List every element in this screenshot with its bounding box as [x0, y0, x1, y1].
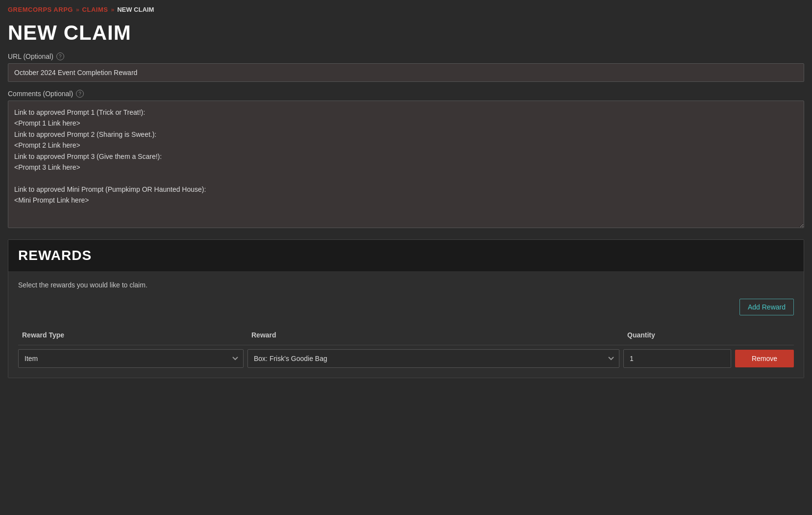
header-reward: Reward: [247, 329, 619, 341]
rewards-header: REWARDS: [8, 240, 804, 271]
rewards-body: Select the rewards you would like to cla…: [8, 271, 804, 378]
reward-table-header: Reward Type Reward Quantity: [18, 325, 794, 345]
page-title: NEW CLAIM: [0, 17, 812, 52]
form-section: URL (Optional) ? Comments (Optional) ? L…: [0, 52, 812, 378]
rewards-description: Select the rewards you would like to cla…: [18, 281, 794, 289]
add-reward-row: Add Reward: [18, 299, 794, 315]
breadcrumb-separator-2: »: [111, 6, 114, 13]
breadcrumb-current-page: NEW CLAIM: [117, 6, 154, 13]
comments-help-icon[interactable]: ?: [76, 90, 84, 98]
rewards-section: REWARDS Select the rewards you would lik…: [8, 239, 804, 378]
breadcrumb-claims-link[interactable]: CLAIMS: [82, 6, 108, 13]
header-actions: [735, 329, 794, 341]
url-input[interactable]: [8, 63, 804, 82]
reward-select[interactable]: Box: Frisk's Goodie Bag: [247, 349, 619, 368]
url-field-label: URL (Optional) ?: [8, 52, 804, 60]
table-row: Item Currency Character Box: Frisk's Goo…: [18, 349, 794, 368]
remove-button[interactable]: Remove: [735, 350, 794, 367]
url-label-text: URL (Optional): [8, 52, 53, 60]
header-reward-type: Reward Type: [18, 329, 244, 341]
add-reward-button[interactable]: Add Reward: [739, 299, 794, 315]
comments-textarea[interactable]: Link to approved Prompt 1 (Trick or Trea…: [8, 101, 804, 228]
comments-label-text: Comments (Optional): [8, 90, 73, 98]
header-quantity: Quantity: [623, 329, 731, 341]
comments-field-label: Comments (Optional) ?: [8, 90, 804, 98]
url-help-icon[interactable]: ?: [56, 52, 64, 60]
breadcrumb-separator-1: »: [76, 6, 79, 13]
breadcrumb: GREMCORPS ARPG » CLAIMS » NEW CLAIM: [0, 0, 812, 17]
reward-type-select[interactable]: Item Currency Character: [18, 349, 244, 368]
quantity-input[interactable]: [623, 349, 731, 368]
breadcrumb-site-link[interactable]: GREMCORPS ARPG: [8, 6, 73, 13]
